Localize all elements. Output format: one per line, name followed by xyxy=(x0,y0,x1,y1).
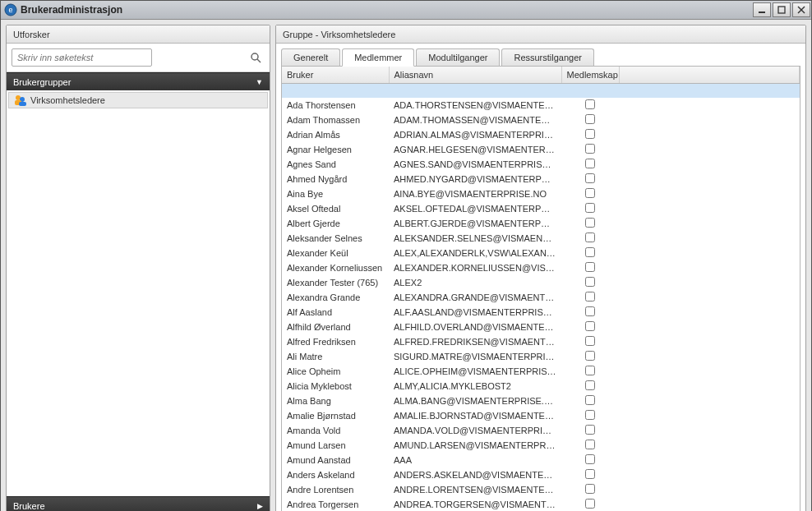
tab-generelt[interactable]: Generelt xyxy=(281,48,340,66)
detail-body: Generelt Medlemmer Modultilganger Ressur… xyxy=(276,44,805,511)
grid-selected-row[interactable] xyxy=(282,83,800,98)
group-virksomhetsledere[interactable]: Virksomhetsledere xyxy=(8,92,268,108)
maximize-button[interactable] xyxy=(773,2,791,17)
membership-checkbox[interactable] xyxy=(585,144,595,154)
table-row[interactable]: Adam ThomassenADAM.THOMASSEN@VISMAENTERP… xyxy=(282,113,800,127)
table-row[interactable]: Aleksander SelnesALEKSANDER.SELNES@VISMA… xyxy=(282,231,800,246)
table-row[interactable]: Alexandra GrandeALEXANDRA.GRANDE@VISMAEN… xyxy=(282,290,800,305)
table-row[interactable]: Agnes SandAGNES.SAND@VISMAENTERPRISE.NO xyxy=(282,157,800,172)
table-row[interactable]: Ada ThorstensenADA.THORSTENSEN@VISMAENTE… xyxy=(282,98,800,113)
members-grid-wrap: Bruker Aliasnavn Medlemskap xyxy=(281,67,800,511)
section-brukere-header[interactable]: Brukere ▶ xyxy=(7,496,270,511)
table-row[interactable]: Amund AanstadAAA xyxy=(282,453,800,467)
cell-bruker: Alf Aasland xyxy=(282,305,389,320)
cell-medlemskap xyxy=(561,482,619,497)
membership-checkbox[interactable] xyxy=(585,380,595,390)
membership-checkbox[interactable] xyxy=(585,159,595,168)
cell-bruker: Alicia Myklebost xyxy=(282,379,389,394)
membership-checkbox[interactable] xyxy=(585,306,595,316)
membership-checkbox[interactable] xyxy=(585,366,595,375)
section-brukergrupper-header[interactable]: Brukergrupper ▼ xyxy=(7,72,270,90)
tab-modultilganger[interactable]: Modultilganger xyxy=(416,48,500,66)
table-row[interactable]: Alexander KeülALEX,ALEXANDERLK,VSW\ALEXA… xyxy=(282,246,800,260)
cell-medlemskap xyxy=(561,157,619,172)
membership-checkbox[interactable] xyxy=(585,188,595,198)
cell-bruker: Amund Larsen xyxy=(282,438,389,453)
tab-ressurstilganger[interactable]: Ressurstilganger xyxy=(501,48,594,66)
table-row[interactable]: Amanda VoldAMANDA.VOLD@VISMAENTERPRISE.N… xyxy=(282,423,800,438)
table-row[interactable]: Ahmed NygårdAHMED.NYGARD@VISMAENTERPRISE… xyxy=(282,172,800,186)
cell-bruker: Aina Bye xyxy=(282,186,389,201)
table-row[interactable]: Alexander Tester (765)ALEX2 xyxy=(282,275,800,290)
cell-alias: ALFHILD.OVERLAND@VISMAENTERPRISE. xyxy=(389,320,561,334)
membership-checkbox[interactable] xyxy=(585,218,595,228)
table-row[interactable]: Ali MatreSIGURD.MATRE@VISMAENTERPRISE.NO xyxy=(282,349,800,364)
col-medlemskap[interactable]: Medlemskap xyxy=(561,67,619,83)
membership-checkbox[interactable] xyxy=(585,277,595,287)
explorer-title: Utforsker xyxy=(7,25,270,44)
window-controls xyxy=(752,1,811,19)
app-window: e Brukeradministrasjon Utforsker xyxy=(0,0,812,511)
membership-checkbox[interactable] xyxy=(585,410,595,420)
cell-bruker: Alfhild Øverland xyxy=(282,320,389,334)
table-row[interactable]: Amalie BjørnstadAMALIE.BJORNSTAD@VISMAEN… xyxy=(282,408,800,423)
table-row[interactable]: Andrea TorgersenANDREA.TORGERSEN@VISMAEN… xyxy=(282,497,800,511)
membership-checkbox[interactable] xyxy=(585,247,595,257)
cell-alias: ALICE.OPHEIM@VISMAENTERPRISE.NO xyxy=(389,364,561,379)
cell-bruker: Alma Bang xyxy=(282,394,389,408)
search-wrap xyxy=(12,48,265,67)
membership-checkbox[interactable] xyxy=(585,440,595,449)
table-row[interactable]: Agnar HelgesenAGNAR.HELGESEN@VISMAENTERP… xyxy=(282,142,800,157)
tab-medlemmer[interactable]: Medlemmer xyxy=(342,48,414,67)
membership-checkbox[interactable] xyxy=(585,99,595,109)
chevron-right-icon: ▶ xyxy=(257,502,263,510)
minimize-button[interactable] xyxy=(753,2,771,17)
membership-checkbox[interactable] xyxy=(585,203,595,213)
table-row[interactable]: Alexander KorneliussenALEXANDER.KORNELIU… xyxy=(282,260,800,275)
table-row[interactable]: Alfred FredriksenALFRED.FREDRIKSEN@VISMA… xyxy=(282,334,800,349)
table-row[interactable]: Aina ByeAINA.BYE@VISMAENTERPRISE.NO xyxy=(282,186,800,201)
cell-bruker: Andrea Torgersen xyxy=(282,497,389,511)
table-row[interactable]: Alf AaslandALF.AASLAND@VISMAENTERPRISE.N… xyxy=(282,305,800,320)
membership-checkbox[interactable] xyxy=(585,173,595,183)
cell-medlemskap xyxy=(561,290,619,305)
close-button[interactable] xyxy=(792,2,810,17)
membership-checkbox[interactable] xyxy=(585,484,595,494)
membership-checkbox[interactable] xyxy=(585,232,595,242)
app-icon: e xyxy=(4,3,17,16)
membership-checkbox[interactable] xyxy=(585,499,595,509)
table-row[interactable]: Alicia MyklebostALMY,ALICIA.MYKLEBOST2 xyxy=(282,379,800,394)
cell-bruker: Alice Opheim xyxy=(282,364,389,379)
table-row[interactable]: Adrian AlmåsADRIAN.ALMAS@VISMAENTERPRISE… xyxy=(282,127,800,142)
cell-bruker: Andre Lorentsen xyxy=(282,482,389,497)
search-input[interactable] xyxy=(12,48,152,67)
membership-checkbox[interactable] xyxy=(585,336,595,346)
membership-checkbox[interactable] xyxy=(585,454,595,464)
membership-checkbox[interactable] xyxy=(585,425,595,435)
cell-medlemskap xyxy=(561,186,619,201)
table-row[interactable]: Alfhild ØverlandALFHILD.OVERLAND@VISMAEN… xyxy=(282,320,800,334)
col-bruker[interactable]: Bruker xyxy=(282,67,389,83)
membership-checkbox[interactable] xyxy=(585,469,595,479)
cell-medlemskap xyxy=(561,275,619,290)
membership-checkbox[interactable] xyxy=(585,292,595,302)
table-row[interactable]: Albert GjerdeALBERT.GJERDE@VISMAENTERPRI… xyxy=(282,216,800,231)
membership-checkbox[interactable] xyxy=(585,129,595,139)
table-row[interactable]: Andre LorentsenANDRE.LORENTSEN@VISMAENTE… xyxy=(282,482,800,497)
col-aliasnavn[interactable]: Aliasnavn xyxy=(389,67,561,83)
table-row[interactable]: Aksel OftedalAKSEL.OFTEDAL@VISMAENTERPRI… xyxy=(282,201,800,216)
svg-line-7 xyxy=(257,59,261,62)
cell-bruker: Ahmed Nygård xyxy=(282,172,389,186)
window-title: Brukeradministrasjon xyxy=(21,4,752,16)
search-icon[interactable] xyxy=(249,51,262,64)
table-row[interactable]: Alice OpheimALICE.OPHEIM@VISMAENTERPRISE… xyxy=(282,364,800,379)
cell-bruker: Alfred Fredriksen xyxy=(282,334,389,349)
table-row[interactable]: Anders AskelandANDERS.ASKELAND@VISMAENTE… xyxy=(282,467,800,482)
membership-checkbox[interactable] xyxy=(585,321,595,331)
membership-checkbox[interactable] xyxy=(585,262,595,272)
membership-checkbox[interactable] xyxy=(585,351,595,361)
table-row[interactable]: Alma BangALMA.BANG@VISMAENTERPRISE.NO xyxy=(282,394,800,408)
membership-checkbox[interactable] xyxy=(585,395,595,405)
table-row[interactable]: Amund LarsenAMUND.LARSEN@VISMAENTERPRISE… xyxy=(282,438,800,453)
membership-checkbox[interactable] xyxy=(585,114,595,124)
